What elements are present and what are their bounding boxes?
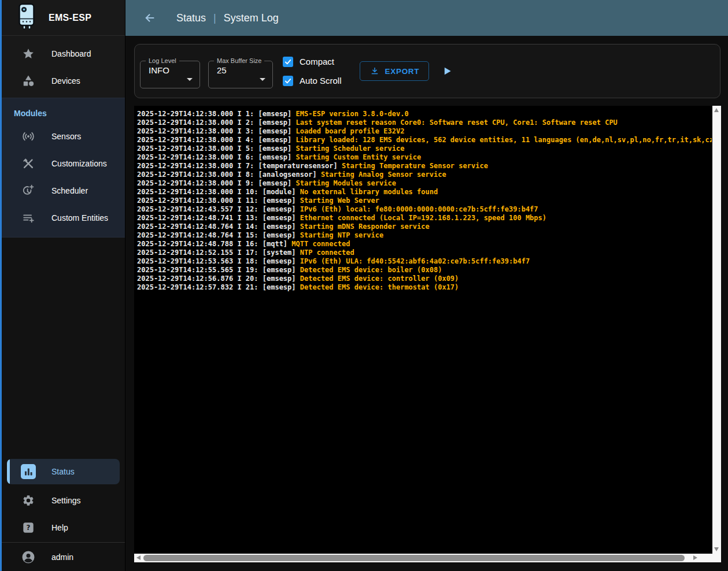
- checkbox-checked-icon: [283, 76, 293, 86]
- download-icon: [369, 66, 380, 76]
- log-line: 2025-12-29T14:12:55.565 I 19: [emsesp] D…: [137, 266, 712, 275]
- vertical-scrollbar[interactable]: [712, 106, 721, 554]
- scroll-left-arrow-icon[interactable]: [136, 555, 141, 560]
- log-line: 2025-12-29T14:12:48.764 I 15: [emsesp] S…: [137, 231, 712, 240]
- sidebar-item-label: Scheduler: [51, 186, 88, 195]
- construction-icon: [21, 157, 36, 170]
- export-label: EXPORT: [385, 67, 420, 76]
- sidebar-item-label: Customizations: [51, 159, 107, 168]
- sidebar-item-admin[interactable]: admin: [2, 543, 125, 571]
- more-time-icon: [21, 184, 36, 197]
- modules-section-header: Modules: [2, 102, 125, 123]
- svg-text:?: ?: [27, 524, 31, 532]
- playlist-add-icon: [21, 212, 36, 224]
- sidebar-item-label: Devices: [51, 76, 80, 86]
- log-level-value: INFO: [141, 65, 199, 75]
- user-label: admin: [51, 553, 73, 562]
- auto-scroll-checkbox[interactable]: Auto Scroll: [283, 76, 342, 86]
- log-line: 2025-12-29T14:12:38.000 I 9: [emsesp] St…: [137, 179, 712, 188]
- sidebar-nav-bottom: Status Settings ? Help: [2, 459, 125, 542]
- log-line: 2025-12-29T14:12:48.741 I 13: [emsesp] E…: [137, 214, 712, 223]
- sidebar-modules-section: Modules Sensors: [2, 98, 125, 238]
- log-line: 2025-12-29T14:12:38.000 I 1: [emsesp] EM…: [137, 110, 712, 118]
- sidebar-item-label: Dashboard: [51, 49, 91, 58]
- play-icon: [441, 65, 453, 77]
- arrow-back-icon: [143, 12, 156, 24]
- boiler-logo-icon: [17, 3, 36, 33]
- checkbox-checked-icon: [283, 57, 293, 67]
- system-log-panel[interactable]: 2025-12-29T14:12:38.000 I 1: [emsesp] EM…: [134, 106, 721, 562]
- scrollbar-corner: [712, 554, 721, 562]
- log-level-select[interactable]: Log Level INFO: [140, 57, 200, 88]
- sidebar-item-dashboard[interactable]: Dashboard: [2, 40, 125, 67]
- sidebar-nav-top: Dashboard Devices: [2, 36, 125, 98]
- export-button[interactable]: EXPORT: [360, 61, 430, 81]
- ems-esp-app: EMS-ESP Dashboard De: [0, 0, 728, 571]
- chevron-down-icon: [187, 78, 193, 81]
- sidebar-item-devices[interactable]: Devices: [2, 67, 125, 94]
- max-buffer-size-select[interactable]: Max Buffer Size 25: [208, 57, 273, 88]
- account-circle-icon: [21, 550, 36, 564]
- sensors-icon: [21, 130, 36, 143]
- sidebar-item-settings[interactable]: Settings: [2, 487, 125, 514]
- page-title: System Log: [224, 12, 279, 24]
- compact-label: Compact: [300, 57, 334, 66]
- log-lines: 2025-12-29T14:12:38.000 I 1: [emsesp] EM…: [137, 110, 712, 553]
- sidebar-item-label: Custom Entities: [51, 213, 108, 223]
- breadcrumb-section: Status: [176, 12, 206, 24]
- log-line: 2025-12-29T14:12:57.832 I 21: [emsesp] D…: [137, 283, 712, 292]
- horizontal-scrollbar[interactable]: [134, 554, 712, 562]
- log-line: 2025-12-29T14:12:38.000 I 3: [emsesp] Lo…: [137, 127, 712, 136]
- scroll-down-arrow-icon[interactable]: [714, 547, 719, 551]
- scroll-up-arrow-icon[interactable]: [714, 108, 719, 112]
- log-level-label: Log Level: [146, 57, 179, 64]
- log-line: 2025-12-29T14:12:38.000 I 6: [emsesp] St…: [137, 153, 712, 162]
- logo-bar: EMS-ESP: [2, 0, 125, 36]
- log-line: 2025-12-29T14:12:38.000 I 10: [module] N…: [137, 188, 712, 196]
- gear-icon: [21, 494, 36, 507]
- log-line: 2025-12-29T14:12:43.557 I 12: [emsesp] I…: [137, 205, 712, 214]
- app-title: EMS-ESP: [49, 13, 91, 23]
- star-icon: [21, 47, 36, 60]
- log-line: 2025-12-29T14:12:48.788 I 16: [mqtt] MQT…: [137, 240, 712, 249]
- sidebar-item-label: Help: [51, 523, 68, 532]
- sidebar-item-sensors[interactable]: Sensors: [2, 123, 125, 150]
- sidebar-item-label: Settings: [51, 496, 81, 505]
- log-line: 2025-12-29T14:12:48.764 I 14: [emsesp] S…: [137, 223, 712, 231]
- log-line: 2025-12-29T14:12:56.876 I 20: [emsesp] D…: [137, 275, 712, 283]
- auto-scroll-label: Auto Scroll: [300, 76, 342, 86]
- chevron-down-icon: [260, 78, 265, 81]
- back-button[interactable]: [143, 11, 157, 25]
- sidebar-item-label: Sensors: [51, 132, 81, 141]
- main-content: Log Level INFO Max Buffer Size 25 Compac…: [125, 36, 728, 571]
- log-line: 2025-12-29T14:12:53.563 I 18: [emsesp] I…: [137, 257, 712, 266]
- sidebar-item-status[interactable]: Status: [7, 459, 120, 484]
- sidebar-item-custom-entities[interactable]: Custom Entities: [2, 204, 125, 231]
- horizontal-scrollbar-thumb[interactable]: [143, 555, 685, 561]
- log-line: 2025-12-29T14:12:38.000 I 8: [analogsens…: [137, 170, 712, 179]
- log-line: 2025-12-29T14:12:38.000 I 7: [temperatur…: [137, 162, 712, 170]
- sidebar: EMS-ESP Dashboard De: [2, 0, 125, 571]
- max-buffer-size-label: Max Buffer Size: [214, 57, 264, 64]
- log-line: 2025-12-29T14:12:38.000 I 2: [emsesp] La…: [137, 118, 712, 127]
- bar-chart-icon: [21, 464, 36, 479]
- log-line: 2025-12-29T14:12:52.155 I 17: [system] N…: [137, 249, 712, 257]
- category-icon: [21, 75, 36, 87]
- sidebar-item-scheduler[interactable]: Scheduler: [2, 177, 125, 204]
- sidebar-item-customizations[interactable]: Customizations: [2, 150, 125, 177]
- resume-log-button[interactable]: [440, 64, 454, 78]
- sidebar-item-label: Status: [51, 467, 75, 476]
- log-toolbar: Log Level INFO Max Buffer Size 25 Compac…: [134, 44, 720, 98]
- breadcrumb-divider: |: [213, 12, 216, 24]
- log-line: 2025-12-29T14:12:38.000 I 4: [emsesp] Li…: [137, 136, 712, 144]
- compact-checkbox[interactable]: Compact: [283, 57, 342, 67]
- scroll-right-arrow-icon[interactable]: [693, 555, 697, 560]
- checkbox-group: Compact Auto Scroll: [283, 57, 342, 86]
- sidebar-item-help[interactable]: ? Help: [2, 514, 125, 541]
- sidebar-spacer: [2, 238, 125, 459]
- help-icon: ?: [21, 521, 36, 534]
- log-line: 2025-12-29T14:12:38.000 I 5: [emsesp] St…: [137, 144, 712, 153]
- log-line: 2025-12-29T14:12:38.000 I 11: [emsesp] S…: [137, 196, 712, 205]
- max-buffer-size-value: 25: [209, 65, 272, 75]
- page-header: Status | System Log: [125, 0, 728, 36]
